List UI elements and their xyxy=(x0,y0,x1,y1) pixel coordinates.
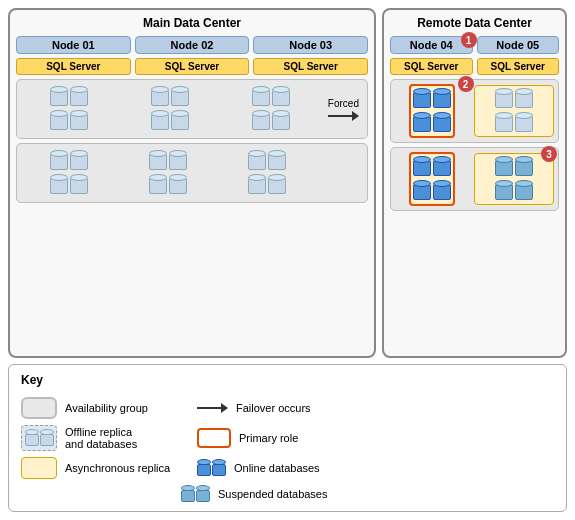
node01-sql: SQL Server xyxy=(16,58,131,75)
node01-label: Node 01 xyxy=(16,36,131,54)
legend-ag-icon xyxy=(21,397,57,419)
ag-row-2 xyxy=(16,143,368,203)
cyl-13 xyxy=(50,150,68,172)
legend-online-item: Online databases xyxy=(197,457,357,479)
remote-ag-row-1: 2 xyxy=(390,79,559,143)
main-data-center: Main Data Center Node 01 SQL Server Node… xyxy=(8,8,376,358)
cyl-12 xyxy=(272,110,290,132)
node02-sql: SQL Server xyxy=(135,58,250,75)
node03-col: Node 03 SQL Server xyxy=(253,36,368,75)
ag2-node01-dbs xyxy=(50,150,88,196)
main-nodes-row: Node 01 SQL Server Node 02 SQL Server No… xyxy=(16,36,368,75)
main-dc-title: Main Data Center xyxy=(16,16,368,30)
cyl-3 xyxy=(50,110,68,132)
legend-primary-icon xyxy=(197,428,231,448)
cyl-top-14 xyxy=(70,150,88,157)
cyl-r9 xyxy=(413,156,431,178)
node03-sql: SQL Server xyxy=(253,58,368,75)
node01-col: Node 01 SQL Server xyxy=(16,36,131,75)
legend-failover-label: Failover occurs xyxy=(236,402,311,414)
legend-ag-item: Availability group xyxy=(21,397,181,419)
legend-suspended-item: Suspended databases xyxy=(181,485,341,503)
cyl-r14 xyxy=(515,156,533,178)
legend-susp-cyl2 xyxy=(196,485,210,503)
cyl-16 xyxy=(70,174,88,196)
cyl-top-r14 xyxy=(515,156,533,163)
remote-ag2-node05-dbs xyxy=(495,156,533,202)
legend-primary-item: Primary role xyxy=(197,425,357,451)
cyl-15 xyxy=(50,174,68,196)
cyl-top-13 xyxy=(50,150,68,157)
arrow-head xyxy=(352,111,359,121)
cyl-r7 xyxy=(495,112,513,134)
legend-suspended-label: Suspended databases xyxy=(218,488,327,500)
ag1-node03-cell xyxy=(223,86,320,132)
cyl-r6 xyxy=(515,88,533,110)
cyl-top-r7 xyxy=(495,112,513,119)
node03-label: Node 03 xyxy=(253,36,368,54)
ag1-node03-dbs xyxy=(252,86,290,132)
cyl-22 xyxy=(268,150,286,172)
legend-cyl-sm1 xyxy=(25,429,39,447)
offline-shape xyxy=(21,425,57,451)
remote-ag2-node04-cell xyxy=(395,152,470,206)
arrow-line xyxy=(328,115,352,117)
remote-ag1-node05-cell xyxy=(474,85,555,137)
cyl-20 xyxy=(169,174,187,196)
cyl-17 xyxy=(149,150,167,172)
cyl-r16 xyxy=(515,180,533,202)
cyl-23 xyxy=(248,174,266,196)
forced-arrow xyxy=(328,111,359,121)
cyl-r13 xyxy=(495,156,513,178)
ag1-node01-cell xyxy=(21,86,118,132)
cyl-top-19 xyxy=(149,174,167,181)
legend-arrow-head xyxy=(221,403,228,413)
legend-failover-item: Failover occurs xyxy=(197,397,357,419)
cyl-top-18 xyxy=(169,150,187,157)
remote-ag2-node04-dbs xyxy=(413,156,451,202)
cyl-24 xyxy=(268,174,286,196)
ag1-node02-dbs xyxy=(151,86,189,132)
legend-async-label: Asynchronous replica xyxy=(65,462,170,474)
ag2-node03-dbs xyxy=(248,150,286,196)
cyl-r5 xyxy=(495,88,513,110)
cyl-6 xyxy=(171,86,189,108)
remote-ag2-node05-cell: 3 xyxy=(474,153,555,205)
node05-col: Node 05 SQL Server xyxy=(477,36,560,75)
node04-col: 1 Node 04 SQL Server xyxy=(390,36,473,75)
legend-primary-label: Primary role xyxy=(239,432,298,444)
node04-primary-border-2 xyxy=(409,152,455,206)
remote-ag1-node05-dbs xyxy=(495,88,533,134)
cyl-14 xyxy=(70,150,88,172)
ag-shape xyxy=(21,397,57,419)
legend-title: Key xyxy=(21,373,554,387)
cyl-top-r15 xyxy=(495,180,513,187)
cyl-r4 xyxy=(433,112,451,134)
remote-ag1-node04-dbs xyxy=(413,88,451,134)
cyl-top-r8 xyxy=(515,112,533,119)
main-ag-rows: Forced xyxy=(16,79,368,203)
legend-arrow-line xyxy=(197,407,221,409)
legend-offline-item: Offline replicaand databases xyxy=(21,425,181,451)
ag2-node02-cell xyxy=(120,150,215,196)
ag2-node02-dbs xyxy=(149,150,187,196)
legend-online-label: Online databases xyxy=(234,462,320,474)
node02-label: Node 02 xyxy=(135,36,250,54)
badge-3: 3 xyxy=(541,146,557,162)
cyl-r11 xyxy=(413,180,431,202)
ag1-node01-dbs xyxy=(50,86,88,132)
cyl-r12 xyxy=(433,180,451,202)
legend-online-cyl1 xyxy=(197,459,211,477)
cyl-top-20 xyxy=(169,174,187,181)
badge-1: 1 xyxy=(461,32,477,48)
ag-row-1: Forced xyxy=(16,79,368,139)
cyl-top-15 xyxy=(50,174,68,181)
remote-data-center: Remote Data Center 1 Node 04 SQL Server … xyxy=(382,8,567,358)
cyl-r2 xyxy=(433,88,451,110)
legend-cyl-sm2 xyxy=(40,429,54,447)
cyl-r10 xyxy=(433,156,451,178)
forced-arrow-area: Forced xyxy=(324,98,363,121)
cyl-8 xyxy=(171,110,189,132)
remote-dc-title: Remote Data Center xyxy=(390,16,559,30)
ag1-node02-cell xyxy=(122,86,219,132)
